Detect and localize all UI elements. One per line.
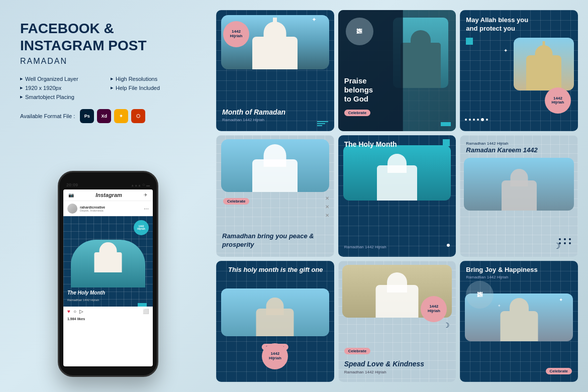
dot-5 [447,244,450,247]
instagram-profile: rahardicreative Depok, Indonesia ··· [63,201,153,216]
format-label: Available Format File : [20,113,75,119]
card-5-sub: Ramadhan 1442 Hijriah [344,245,386,249]
badge-1442: 1442Hijriah [223,21,249,47]
phone-screen: 📷 Instagram ✈ rahardicreative Depok, Ind… [63,189,153,366]
feature-5: Help File Included [111,85,196,91]
sparkle-3: ✦ [504,48,508,53]
profile-details: rahardicreative Depok, Indonesia [80,206,105,212]
arabic-circle: ﷽ [346,18,373,45]
instagram-header: 📷 Instagram ✈ [63,189,153,201]
profile-name: rahardicreative [80,206,105,209]
celebrate-9: Celebrate [546,365,572,374]
badge-8: 1442Hijriah [421,296,447,322]
wifi-icon: ⊙ [142,183,145,187]
card-9-sub: Ramadhan 1442 Hijriah [466,275,508,279]
comment-icon: ○ [73,309,76,314]
phone-mockup: 20:09 ▲▲▲ ⊙ ▬ 📷 Instagram ✈ [58,171,158,377]
x-marks: ✕ ✕ ✕ [325,195,329,218]
card-7-title: This holy month is the gift one [222,266,329,274]
phone-likes: 1.984 likes [63,316,153,322]
bookmark-icon: ⬜ [143,309,149,314]
features-list: Well Organized Layer High Resolutions 19… [20,76,196,100]
format-icons: Ps Xd ✦ ⬡ [80,109,145,123]
card-love: 1442Hijriah ☽ Celebrate Spead Love & Kin… [338,261,456,382]
card-praise: ﷽ Praisebelongsto God Celebrate [338,10,456,131]
card-6-title: Ramadan Kareem 1442 [466,146,537,154]
card-holy-month: The Holy Month Ramadhan 1442 Hijriah [338,135,456,256]
card-4-title: Ramadhan bring you peace & prosperity [222,232,324,249]
badge-7: 1442Hijriah [262,343,288,369]
profile-info: rahardicreative Depok, Indonesia [67,204,105,214]
card-5-title: The Holy Month [344,140,397,148]
phone-container: 20:09 ▲▲▲ ⊙ ▬ 📷 Instagram ✈ [20,138,196,377]
feature-4: High Resolutions [111,76,196,82]
phone-status-bar: 20:09 ▲▲▲ ⊙ ▬ [63,182,153,189]
feature-1: Well Organized Layer [20,76,106,82]
dots-row-3 [465,118,488,121]
card-2-title: Praisebelongsto God [344,76,373,104]
teal-accent [138,303,147,307]
feature-3: Smartobject Placing [20,94,106,100]
more-icon: ··· [144,205,149,212]
share-icon: ▷ [79,309,83,314]
action-icons-left: ♥ ○ ▷ [67,309,83,314]
badge-3: 1442Hijriah [545,87,571,114]
card-8-sub: Ramadhan 1442 Hijriah [344,370,386,374]
card-3-title: May Allah bless you and protect you [466,16,538,33]
star-9: ✦ [498,304,501,308]
teal-sq-3 [466,38,473,45]
battery-icon: ▬ [146,183,150,187]
phone-notch [93,175,123,181]
card-6-sub-top: Ramadhan 1442 Hijriah [466,141,508,146]
card-peace: Celebrate ✕ ✕ ✕ Ramadhan bring you peace… [216,135,334,256]
format-xd: Xd [97,109,111,123]
card-month-of-ramadan: 1442Hijriah ✦ Month of Ramadan Ramadhan … [216,10,334,131]
subtitle: RAMADAN [20,57,196,66]
teal-block-2 [441,122,451,126]
phone-post-card: 1442Hijriah The Holy Month Ramadhan 1442… [63,216,153,307]
phone-actions: ♥ ○ ▷ ⬜ [63,307,153,316]
crescent-8: ☽ [443,321,450,329]
dots-6 [559,238,572,244]
arabic-circle-9: ﷽ [466,281,494,309]
phone-post-sub: Ramadhan 1442 Hijriah [67,299,99,302]
celebrate-4: Celebrate [223,195,249,205]
post-cards-grid: 1442Hijriah ✦ Month of Ramadan Ramadhan … [211,0,588,392]
card-8-title: Spead Love & Kindness [344,360,424,368]
main-title: FACEBOOK &INSTAGRAM POST [20,20,196,54]
instagram-title: Instagram [95,192,122,198]
format-sketch: ✦ [114,109,128,123]
card-9-title: Bring Joy & Happiness [466,266,573,273]
card-1-sub: Ramadhan 1442 Hijriah [222,118,264,122]
phone-post-title: The Holy Month [67,290,148,296]
sparkle-1: ✦ [312,16,317,23]
teal-sq-5 [443,139,450,146]
card-joy: ﷽ ✦ ✦ Bring Joy & Happiness Ramadhan 144… [460,261,578,382]
celebrate-8: Celebrate [344,345,370,354]
feature-2: 1920 x 1920px [20,85,106,91]
profile-location: Depok, Indonesia [80,209,105,212]
celebrate-badge-2: Celebrate [344,107,370,116]
sparkle-9: ✦ [559,297,563,303]
card-may-allah: 1442Hijriah May Allah bless you and prot… [460,10,578,131]
lines-accent-1 [317,121,328,126]
signal-icon: ▲▲▲ [131,183,141,187]
crescent-6: ☽ [553,241,560,251]
profile-avatar [67,204,77,214]
card-kareem: Ramadhan 1442 Hijriah Ramadan Kareem 144… [460,135,578,256]
phone-time: 20:09 [66,182,78,187]
heart-icon: ♥ [67,309,70,314]
format-row: Available Format File : Ps Xd ✦ ⬡ [20,109,196,123]
card-1-title: Month of Ramadan [222,108,330,116]
phone-status-icons: ▲▲▲ ⊙ ▬ [131,183,150,187]
left-panel: FACEBOOK &INSTAGRAM POST RAMADAN Well Or… [0,0,211,392]
format-ps: Ps [80,109,94,123]
card-gift: This holy month is the gift one Celebrat… [216,261,334,382]
format-ai: ⬡ [131,109,145,123]
